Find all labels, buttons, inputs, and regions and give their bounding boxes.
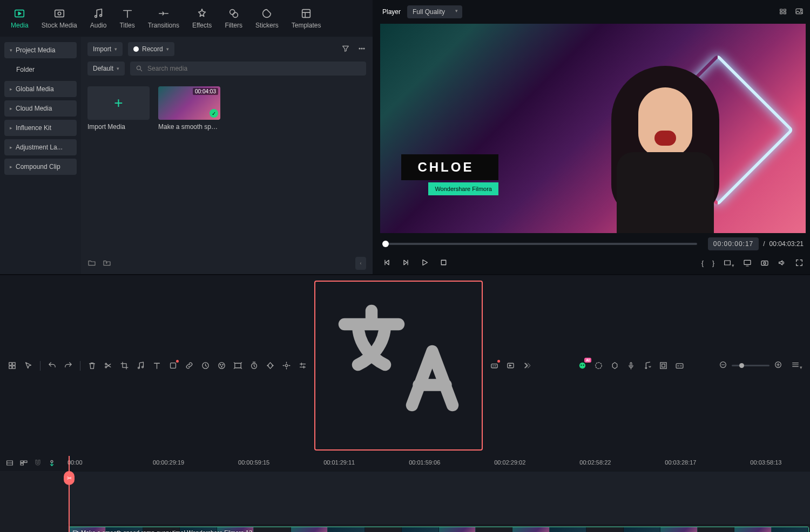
- import-dropdown[interactable]: Import▾: [87, 42, 123, 56]
- svg-point-9: [361, 48, 362, 49]
- timeline-toolbar: ▾: [0, 274, 810, 456]
- timeline-ruler[interactable]: 00:0000:00:29:1900:00:59:1500:01:29:1100…: [68, 456, 810, 471]
- tab-media[interactable]: Media: [4, 3, 35, 33]
- grid-view-icon[interactable]: [779, 7, 787, 17]
- svg-point-2: [58, 12, 61, 15]
- audio-edit-icon[interactable]: [136, 361, 145, 370]
- render-preview-button[interactable]: [594, 361, 603, 370]
- record-dropdown[interactable]: Record▾: [128, 42, 174, 56]
- svg-point-3: [95, 16, 97, 18]
- color-button[interactable]: [217, 361, 226, 370]
- ai-translate-button[interactable]: [314, 281, 483, 451]
- layout-icon[interactable]: [8, 361, 17, 370]
- new-folder-icon[interactable]: [87, 258, 96, 269]
- duration-button[interactable]: [249, 361, 259, 370]
- svg-rect-49: [676, 364, 683, 369]
- mic-button[interactable]: [626, 361, 636, 370]
- text-button[interactable]: [152, 361, 161, 370]
- player-tab[interactable]: Player: [382, 8, 401, 16]
- new-bin-icon[interactable]: [103, 258, 111, 269]
- preview-viewport[interactable]: CHLOE Wondershare Filmora: [380, 24, 806, 233]
- video-track-head[interactable]: 1 Video 1: [0, 525, 68, 532]
- green-screen-button[interactable]: [233, 361, 242, 370]
- sidebar-item-cloud-media[interactable]: ▸Cloud Media: [4, 100, 77, 117]
- fullscreen-button[interactable]: [795, 258, 804, 269]
- tab-transitions[interactable]: Transitions: [141, 3, 186, 33]
- video-clip[interactable]: Make a smooth speed ramp every time! Won…: [69, 527, 809, 532]
- adjust-button[interactable]: [298, 361, 307, 370]
- top-tabs: Media Stock Media Audio Titles Transitio…: [0, 0, 373, 37]
- subtitle-button[interactable]: [490, 361, 499, 370]
- media-sidebar: ▾Project Media Folder ▸Global Media ▸Clo…: [0, 37, 81, 274]
- tab-effects[interactable]: Effects: [186, 3, 218, 33]
- marker-button[interactable]: [610, 361, 619, 370]
- sidebar-item-influence-kit[interactable]: ▸Influence Kit: [4, 120, 77, 136]
- magnet-icon[interactable]: [33, 459, 42, 469]
- track-add-icon[interactable]: [5, 459, 14, 469]
- quality-dropdown[interactable]: Full Quality▾: [407, 5, 462, 18]
- tab-titles[interactable]: Titles: [113, 3, 141, 33]
- play-button[interactable]: [420, 258, 429, 269]
- prev-frame-button[interactable]: [382, 258, 392, 269]
- search-box[interactable]: [130, 62, 366, 76]
- undo-button[interactable]: [48, 361, 57, 370]
- mark-in-button[interactable]: {: [701, 260, 704, 267]
- sidebar-item-global-media[interactable]: ▸Global Media: [4, 81, 77, 97]
- svg-rect-54: [24, 461, 27, 462]
- zoom-out-button[interactable]: [719, 360, 727, 371]
- mask-button[interactable]: [168, 361, 178, 370]
- zoom-in-button[interactable]: [774, 360, 782, 371]
- audio-mixer-button[interactable]: [643, 361, 652, 370]
- motion-tracking-button[interactable]: [282, 361, 291, 370]
- redo-button[interactable]: [64, 361, 73, 370]
- snapshot-icon[interactable]: [795, 7, 804, 17]
- search-input[interactable]: [147, 65, 361, 72]
- media-clip-tile[interactable]: 00:04:03✓ Make a smooth speed...: [158, 86, 220, 131]
- import-media-tile[interactable]: + Import Media: [87, 86, 150, 131]
- stop-button[interactable]: [439, 258, 448, 269]
- ai-assistant-button[interactable]: [578, 361, 587, 370]
- display-button[interactable]: [743, 258, 752, 269]
- track-manage-icon[interactable]: [19, 459, 28, 469]
- aspect-ratio-button[interactable]: ▾: [723, 258, 734, 269]
- mark-out-button[interactable]: }: [712, 260, 714, 267]
- svg-rect-47: [660, 363, 666, 369]
- delete-button[interactable]: [87, 361, 97, 370]
- scrubber[interactable]: [382, 243, 697, 245]
- crop-button[interactable]: [120, 361, 129, 370]
- speed-button[interactable]: [201, 361, 210, 370]
- video-track-1: 1 Video 1 Make a smooth speed ramp every…: [0, 525, 810, 532]
- tab-stock-media[interactable]: Stock Media: [35, 3, 84, 33]
- camera-button[interactable]: [760, 258, 769, 269]
- check-icon: ✓: [210, 109, 218, 118]
- sidebar-item-compound-clip[interactable]: ▸Compound Clip: [4, 159, 77, 175]
- sidebar-item-folder[interactable]: Folder: [4, 62, 77, 78]
- select-tool-icon[interactable]: [24, 361, 33, 370]
- tab-filters[interactable]: Filters: [218, 3, 249, 33]
- tab-stickers[interactable]: Stickers: [249, 3, 285, 33]
- keyframe-button[interactable]: [266, 361, 275, 370]
- tab-audio[interactable]: Audio: [84, 3, 113, 33]
- sort-dropdown[interactable]: Default▾: [87, 62, 125, 76]
- link-button[interactable]: [185, 361, 194, 370]
- svg-point-4: [100, 15, 102, 17]
- auto-ripple-icon[interactable]: [48, 459, 56, 469]
- more-tools-button[interactable]: [522, 361, 531, 370]
- sidebar-item-adjustment-layer[interactable]: ▸Adjustment La...: [4, 139, 77, 155]
- current-time: 00:00:00:17: [708, 237, 759, 250]
- split-button[interactable]: [104, 361, 113, 370]
- volume-button[interactable]: [778, 258, 786, 269]
- sidebar-item-project-media[interactable]: ▾Project Media: [4, 42, 77, 58]
- tab-templates[interactable]: Templates: [285, 3, 328, 33]
- timeline-view-button[interactable]: ▾: [791, 360, 802, 371]
- caption-button[interactable]: [675, 361, 684, 370]
- zoom-slider[interactable]: [732, 365, 770, 366]
- collapse-sidebar-button[interactable]: ‹: [355, 257, 366, 270]
- record-icon: [133, 46, 139, 52]
- more-icon[interactable]: [357, 44, 366, 54]
- auto-reframe-button[interactable]: [659, 361, 668, 370]
- next-frame-button[interactable]: [401, 258, 410, 269]
- svg-point-22: [764, 262, 766, 264]
- filter-icon[interactable]: [341, 44, 350, 54]
- record-voiceover-button[interactable]: [506, 361, 515, 370]
